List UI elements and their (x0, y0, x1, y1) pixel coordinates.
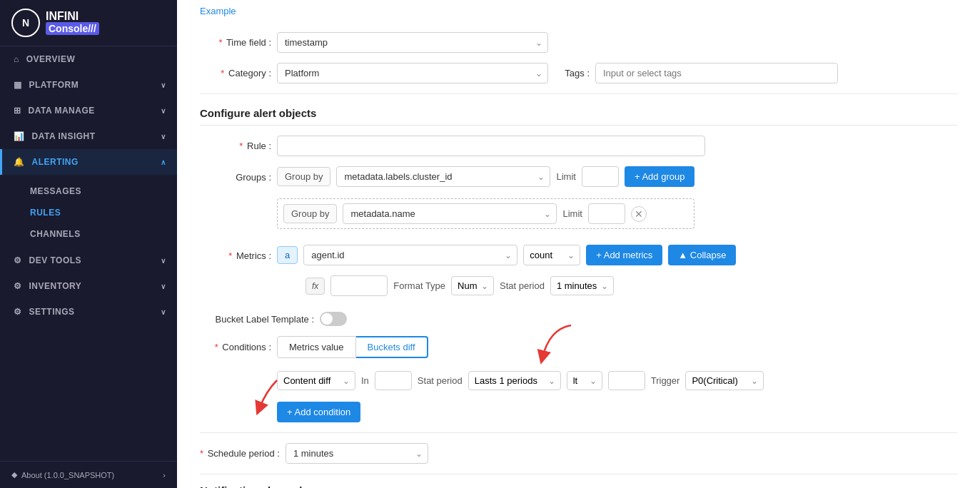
lasts-select-wrapper[interactable]: Lasts 1 periods (468, 371, 561, 390)
diamond-icon: ◆ (11, 470, 17, 479)
num-select-wrapper[interactable]: Num (451, 276, 494, 295)
groups-container: Group by metadata.labels.cluster_id Limi… (277, 166, 694, 235)
sidebar-item-inventory[interactable]: ⚙ INVENTORY ∨ (0, 273, 177, 299)
sidebar-item-dev-tools[interactable]: ⚙ DEV TOOLS ∨ (0, 248, 177, 273)
chevron-up-icon: ∧ (161, 158, 166, 166)
count-select-wrapper[interactable]: count (523, 245, 580, 265)
sidebar-item-rules[interactable]: RULES (30, 202, 177, 223)
cond-in-input[interactable]: 10 (375, 371, 412, 390)
conditions-label: * Conditions : (200, 342, 271, 352)
lasts-select[interactable]: Lasts 1 periods (468, 371, 561, 390)
chevron-down-icon: ∨ (161, 283, 166, 290)
cond-in-label: In (361, 375, 369, 386)
lt-select[interactable]: lt (567, 371, 602, 390)
trigger-label: Trigger (651, 375, 680, 386)
limit-label-1: Limit (556, 171, 575, 182)
platform-icon: ▦ (14, 80, 22, 90)
logo[interactable]: N INFINI Console/// (0, 0, 177, 46)
category-select-wrapper[interactable]: Platform (277, 63, 548, 83)
group2-field-select-wrapper[interactable]: metadata.name (343, 203, 557, 224)
chevron-right-icon: › (163, 471, 166, 479)
collapse-button[interactable]: ▲ Collapse (668, 245, 736, 265)
conditions-container: * Conditions : Metrics value Buckets dif… (200, 336, 957, 422)
add-group-button[interactable]: + Add group (625, 166, 694, 187)
home-icon: ⌂ (14, 54, 19, 64)
group1-field-select[interactable]: metadata.labels.cluster_id (336, 166, 550, 187)
divider-3 (200, 474, 957, 474)
bucket-label-row: Bucket Label Template : (200, 312, 957, 326)
tags-input[interactable] (595, 63, 838, 83)
metrics-container: a agent.id count + Add metrics ▲ Collaps… (277, 245, 736, 302)
logo-icon: N (11, 9, 40, 37)
bucket-label-text: Bucket Label Template : (200, 314, 314, 325)
sidebar-item-alerting[interactable]: 🔔 ALERTING ∧ (0, 149, 177, 175)
chevron-down-icon: ∨ (161, 81, 166, 89)
groups-label: Groups : (200, 172, 271, 183)
data-insight-icon: 📊 (14, 131, 25, 141)
buckets-diff-tab[interactable]: Buckets diff (356, 336, 428, 358)
condition-tabs: Metrics value Buckets diff (277, 336, 764, 358)
stat-period-label: Stat period (500, 280, 545, 291)
about-footer[interactable]: ◆ About (1.0.0_SNAPSHOT) › (0, 461, 177, 488)
category-tags-row: * Category : Platform Tags : (200, 63, 957, 83)
group-by-badge-2: Group by (283, 204, 337, 223)
divider-2 (200, 432, 957, 433)
sidebar-item-overview[interactable]: ⌂ OVERVIEW (0, 46, 177, 72)
sidebar-item-data-manage[interactable]: ⊞ DATA MANAGE ∨ (0, 98, 177, 123)
limit-label-2: Limit (562, 208, 582, 219)
example-link[interactable]: Example (200, 6, 236, 16)
schedule-period-select[interactable]: 1 minutes (286, 443, 428, 464)
limit-input-2[interactable]: 5 (588, 203, 625, 224)
metrics-field-select[interactable]: agent.id (303, 245, 517, 265)
content-diff-select-wrapper[interactable]: Content diff (277, 371, 355, 390)
stat-period-select-wrapper[interactable]: 1 minutes (550, 276, 614, 295)
metrics-value-tab[interactable]: Metrics value (277, 336, 356, 358)
add-condition-button[interactable]: + Add condition (277, 402, 360, 422)
data-manage-icon: ⊞ (14, 106, 21, 116)
lt-select-wrapper[interactable]: lt (567, 371, 602, 390)
group-row-2: Group by metadata.name Limit 5 ✕ (277, 198, 694, 229)
fx-input[interactable]: a (330, 275, 388, 296)
content-diff-select[interactable]: Content diff (277, 371, 355, 390)
metrics-field-select-wrapper[interactable]: agent.id (303, 245, 517, 265)
num-select[interactable]: Num (451, 276, 494, 295)
chevron-down-icon: ∨ (161, 308, 166, 316)
sidebar-item-channels[interactable]: CHANNELS (30, 223, 177, 245)
bell-icon: 🔔 (14, 157, 25, 167)
sidebar: N INFINI Console/// ⌂ OVERVIEW ▦ PLATFOR… (0, 0, 177, 488)
time-field-label: * Time field : (200, 37, 271, 48)
time-field-row: * Time field : timestamp (200, 32, 957, 53)
conditions-row: * Conditions : Metrics value Buckets dif… (200, 336, 957, 422)
time-field-select[interactable]: timestamp (277, 32, 548, 53)
sidebar-item-platform[interactable]: ▦ PLATFORM ∨ (0, 72, 177, 98)
add-metrics-button[interactable]: + Add metrics (586, 245, 662, 265)
bucket-label-toggle[interactable] (320, 312, 347, 326)
trigger-select-wrapper[interactable]: P0(Critical) (685, 371, 764, 390)
chevron-down-icon: ∨ (161, 133, 166, 141)
group-row-1: Group by metadata.labels.cluster_id Limi… (277, 166, 694, 187)
metrics-row: * Metrics : a agent.id count (200, 245, 957, 302)
chevron-down-icon: ∨ (161, 107, 166, 115)
limit-input-1[interactable]: 5 (582, 166, 619, 187)
group2-field-select[interactable]: metadata.name (343, 203, 557, 224)
cond-value-input[interactable]: 0 (608, 371, 645, 390)
rule-label: * Rule : (200, 141, 271, 151)
category-select[interactable]: Platform (277, 63, 548, 83)
metrics-alias-tag: a (277, 246, 298, 264)
group1-field-select-wrapper[interactable]: metadata.labels.cluster_id (336, 166, 550, 187)
schedule-select-wrapper[interactable]: 1 minutes (286, 443, 428, 464)
sidebar-item-messages[interactable]: MESSAGES (30, 181, 177, 202)
rule-input[interactable]: Cluster Metrics Collection Anomaly (277, 136, 705, 156)
schedule-period-label: * Schedule period : (200, 448, 280, 459)
sidebar-item-settings[interactable]: ⚙ SETTINGS ∨ (0, 299, 177, 325)
group-by-badge-1: Group by (277, 167, 330, 186)
chevron-down-icon: ∨ (161, 257, 166, 265)
format-type-label: Format Type (393, 280, 445, 291)
count-select[interactable]: count (523, 245, 580, 265)
sidebar-item-data-insight[interactable]: 📊 DATA INSIGHT ∨ (0, 123, 177, 149)
configure-section-header: Configure alert objects (200, 107, 957, 126)
remove-group-button[interactable]: ✕ (631, 206, 647, 222)
trigger-select[interactable]: P0(Critical) (685, 371, 764, 390)
stat-period-select[interactable]: 1 minutes (550, 276, 614, 295)
time-field-select-wrapper[interactable]: timestamp (277, 32, 548, 53)
